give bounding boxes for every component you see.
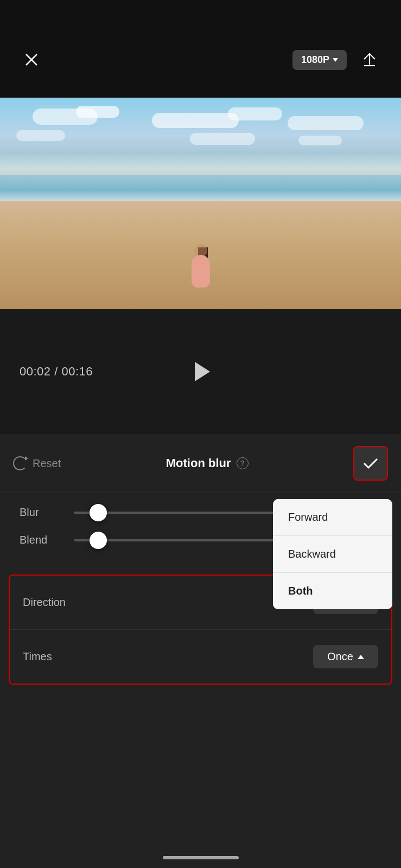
play-button[interactable] bbox=[187, 358, 215, 386]
times-value-button[interactable]: Once bbox=[313, 645, 378, 668]
ocean bbox=[0, 175, 401, 201]
times-caret-icon bbox=[358, 655, 364, 659]
confirm-button[interactable] bbox=[353, 446, 388, 481]
times-value: Once bbox=[327, 650, 353, 663]
times-label: Times bbox=[23, 650, 52, 663]
times-row: Times Once bbox=[10, 629, 391, 684]
close-button[interactable] bbox=[20, 48, 43, 72]
check-icon bbox=[362, 455, 379, 472]
controls-header: Reset Motion blur ? bbox=[0, 434, 401, 493]
video-preview bbox=[0, 92, 401, 309]
upload-icon bbox=[361, 52, 378, 68]
direction-dropdown: Forward Backward Both bbox=[273, 499, 392, 609]
beach-scene bbox=[0, 92, 401, 309]
reset-label: Reset bbox=[33, 457, 61, 470]
top-right-controls: 1080P bbox=[292, 48, 381, 72]
time-display: 00:02 / 00:16 bbox=[20, 365, 93, 379]
play-icon bbox=[195, 362, 210, 381]
close-icon bbox=[24, 52, 39, 67]
reset-icon bbox=[13, 456, 27, 470]
dropdown-forward-label: Forward bbox=[288, 511, 328, 523]
dropdown-item-both[interactable]: Both bbox=[273, 573, 392, 609]
resolution-label: 1080P bbox=[301, 54, 329, 66]
figure bbox=[192, 255, 210, 288]
current-time: 00:02 bbox=[20, 365, 51, 378]
blur-thumb[interactable] bbox=[90, 504, 107, 521]
resolution-button[interactable]: 1080P bbox=[292, 50, 347, 70]
time-and-play: 00:02 / 00:16 bbox=[0, 365, 401, 379]
dropdown-both-label: Both bbox=[288, 585, 313, 597]
panel-title: Motion blur bbox=[166, 456, 231, 470]
blur-label: Blur bbox=[20, 506, 63, 519]
dropdown-item-forward[interactable]: Forward bbox=[273, 499, 392, 536]
upload-button[interactable] bbox=[358, 48, 381, 72]
help-symbol: ? bbox=[240, 459, 245, 468]
blend-thumb[interactable] bbox=[90, 532, 107, 549]
reset-button[interactable]: Reset bbox=[13, 456, 61, 470]
resolution-chevron-icon bbox=[333, 58, 338, 62]
dropdown-backward-label: Backward bbox=[288, 548, 336, 560]
help-icon[interactable]: ? bbox=[237, 457, 249, 469]
playback-area: 00:02 / 00:16 bbox=[0, 309, 401, 434]
top-bar: 1080P bbox=[0, 0, 401, 98]
direction-label: Direction bbox=[23, 596, 66, 609]
blend-label: Blend bbox=[20, 534, 63, 546]
total-time: 00:16 bbox=[61, 365, 93, 378]
panel-title-wrap: Motion blur ? bbox=[166, 456, 249, 470]
dropdown-item-backward[interactable]: Backward bbox=[273, 536, 392, 573]
home-indicator bbox=[163, 856, 239, 859]
